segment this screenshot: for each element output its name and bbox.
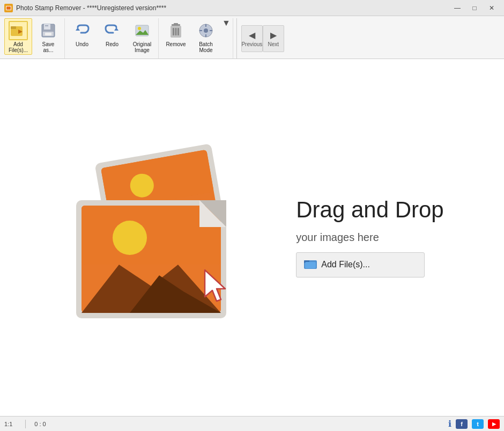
add-files-main-label: Add File(s)... xyxy=(321,260,370,269)
svg-rect-8 xyxy=(45,25,48,26)
nav-arrows: ◀ Previous ▶ Next xyxy=(236,18,284,59)
drag-drop-area: Drag and Drop your images here Add File(… xyxy=(296,198,443,277)
toolbar: AddFile(s)... Saveas... xyxy=(0,16,504,59)
status-separator xyxy=(25,420,26,428)
minimize-button[interactable]: — xyxy=(449,3,465,13)
zoom-level: 1:1 xyxy=(4,421,12,427)
main-content: Drag and Drop your images here Add File(… xyxy=(0,59,504,416)
original-image-label: OriginalImage xyxy=(133,41,151,53)
svg-marker-11 xyxy=(76,27,80,31)
original-image-icon xyxy=(132,21,152,40)
svg-rect-20 xyxy=(175,28,177,35)
svg-rect-4 xyxy=(11,26,16,29)
batch-mode-label: BatchMode xyxy=(199,41,213,53)
svg-point-14 xyxy=(138,27,141,30)
save-as-icon xyxy=(39,21,58,40)
next-label: Next xyxy=(268,41,279,47)
previous-button[interactable]: ◀ Previous xyxy=(241,25,263,52)
redo-button[interactable]: Redo xyxy=(98,18,126,55)
twitter-icon[interactable]: t xyxy=(472,419,484,429)
toolbar-edit-group: Undo Redo OriginalImage xyxy=(66,18,159,59)
svg-rect-7 xyxy=(44,24,50,30)
facebook-icon[interactable]: f xyxy=(456,419,468,429)
window-title: Photo Stamp Remover - ****Unregistered v… xyxy=(16,4,449,12)
redo-icon xyxy=(102,21,122,40)
add-files-main-button[interactable]: Add File(s)... xyxy=(296,252,425,277)
svg-point-23 xyxy=(204,28,208,33)
info-icon[interactable]: ℹ xyxy=(448,419,451,429)
drag-drop-subtext: your images here xyxy=(296,231,379,244)
svg-rect-45 xyxy=(305,262,316,268)
app-icon xyxy=(4,4,13,12)
redo-label: Redo xyxy=(106,41,118,47)
save-as-label: Saveas... xyxy=(42,41,55,53)
folder-icon xyxy=(304,258,317,272)
next-icon: ▶ xyxy=(270,30,277,40)
undo-button[interactable]: Undo xyxy=(68,18,96,55)
next-button[interactable]: ▶ Next xyxy=(263,25,284,52)
previous-label: Previous xyxy=(241,41,262,47)
zoom-value: 1:1 xyxy=(4,421,12,427)
svg-rect-10 xyxy=(45,33,51,35)
add-files-button[interactable]: AddFile(s)... xyxy=(4,18,32,55)
toolbar-action-group: Remove BatchMode ▼ xyxy=(160,18,233,59)
window-controls: — □ ✕ xyxy=(449,3,500,13)
svg-rect-21 xyxy=(177,28,179,35)
remove-icon xyxy=(166,21,186,40)
maximize-button[interactable]: □ xyxy=(466,3,483,13)
add-files-label: AddFile(s)... xyxy=(9,41,28,53)
remove-label: Remove xyxy=(166,41,186,47)
close-button[interactable]: ✕ xyxy=(484,3,500,13)
undo-icon xyxy=(72,21,92,40)
batch-mode-button[interactable]: BatchMode xyxy=(192,18,220,55)
status-right: ℹ f t ▶ xyxy=(448,419,500,429)
drag-drop-illustration xyxy=(60,136,264,340)
svg-point-37 xyxy=(113,221,147,255)
toolbar-main-group: AddFile(s)... Saveas... xyxy=(2,18,65,59)
title-bar: Photo Stamp Remover - ****Unregistered v… xyxy=(0,0,504,16)
previous-icon: ◀ xyxy=(249,30,255,40)
svg-rect-2 xyxy=(6,6,11,10)
drag-drop-heading: Drag and Drop xyxy=(296,198,443,222)
svg-marker-12 xyxy=(114,27,118,31)
statusbar: 1:1 0 : 0 ℹ f t ▶ xyxy=(0,416,504,431)
svg-rect-19 xyxy=(173,28,174,35)
save-as-button[interactable]: Saveas... xyxy=(34,18,62,55)
batch-mode-icon xyxy=(196,21,216,40)
toolbar-dropdown[interactable]: ▼ xyxy=(222,18,231,30)
undo-label: Undo xyxy=(76,41,88,47)
svg-rect-17 xyxy=(174,23,178,25)
cursor-coords: 0 : 0 xyxy=(34,421,46,427)
original-image-button[interactable]: OriginalImage xyxy=(128,18,156,55)
youtube-icon[interactable]: ▶ xyxy=(488,419,500,429)
add-files-icon xyxy=(9,21,28,40)
remove-button[interactable]: Remove xyxy=(162,18,190,55)
